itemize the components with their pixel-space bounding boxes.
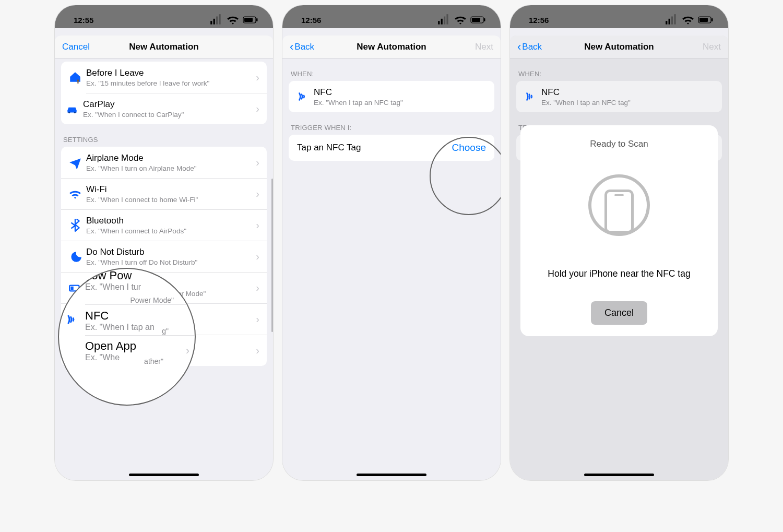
svg-point-7	[77, 79, 79, 81]
zoom-nfc-sub: Ex. "When I tap an	[85, 323, 188, 332]
svg-rect-20	[446, 14, 448, 24]
status-time: 12:56	[301, 16, 321, 25]
battery-icon	[470, 16, 486, 23]
row-do-not-disturb[interactable]: Do Not Disturb Ex. "When I turn off Do N…	[61, 241, 267, 272]
svg-rect-26	[671, 17, 673, 25]
section-header-settings: SETTINGS	[55, 124, 273, 147]
row-sub: Ex. "When I turn on Airplane Mode"	[86, 164, 255, 172]
screen-1: 12:55 Cancel New Automation Before I Lea…	[55, 5, 273, 480]
svg-point-10	[74, 111, 76, 113]
chevron-right-icon: ›	[255, 103, 260, 115]
scan-message: Hold your iPhone near the NFC tag	[530, 268, 708, 279]
wifi-icon	[681, 13, 695, 27]
svg-rect-13	[70, 286, 73, 290]
modal-sheet: ‹ Back New Automation Next WHEN: NFC Ex.…	[282, 36, 501, 480]
svg-rect-25	[669, 19, 670, 25]
battery-icon	[698, 16, 714, 23]
svg-point-9	[68, 111, 70, 113]
highlight-lens: Low Pow Ex. "When I tur Power Mode" NFC …	[58, 268, 196, 406]
screen-3: 12:56 ‹ Back New Automation Next WHEN: N…	[510, 5, 728, 480]
row-nfc-summary: NFC Ex. "When I tap an NFC tag"	[516, 81, 722, 112]
zoom-openapp-sub: Ex. "Whe	[85, 353, 188, 362]
chevron-left-icon: ‹	[517, 41, 521, 53]
back-button[interactable]: ‹ Back	[517, 41, 549, 53]
scan-title: Ready to Scan	[530, 139, 708, 149]
carplay-icon	[61, 102, 83, 116]
modal-sheet: Cancel New Automation Before I Leave Ex.…	[55, 36, 273, 480]
home-indicator[interactable]	[129, 474, 199, 476]
signal-icon	[209, 13, 223, 27]
nav-bar: ‹ Back New Automation Next	[510, 36, 728, 58]
svg-rect-5	[244, 18, 253, 22]
status-bar: 12:56	[510, 5, 728, 28]
svg-rect-0	[210, 21, 212, 24]
row-sub: Ex. "When I turn off Do Not Disturb"	[86, 258, 255, 266]
moon-icon	[64, 250, 86, 264]
screen-2: 12:56 ‹ Back New Automation Next WHEN: N…	[282, 5, 501, 480]
row-sub: Ex. "When I connect to CarPlay"	[83, 111, 255, 119]
chevron-right-icon: ›	[255, 219, 260, 231]
svg-rect-6	[256, 18, 258, 21]
row-sub: Ex. "When I tap an NFC tag"	[541, 99, 716, 107]
row-tap-nfc[interactable]: Tap an NFC Tag Choose	[289, 135, 494, 161]
chevron-right-icon: ›	[255, 251, 260, 263]
status-icons	[209, 13, 258, 27]
svg-rect-19	[444, 17, 445, 25]
svg-rect-8	[77, 82, 78, 84]
zoom-lowpower-tail: Power Mode"	[59, 296, 195, 304]
svg-rect-29	[699, 18, 708, 22]
row-airplane-mode[interactable]: Airplane Mode Ex. "When I turn on Airpla…	[61, 147, 267, 178]
back-label: Back	[294, 42, 314, 52]
when-card: NFC Ex. "When I tap an NFC tag"	[289, 81, 494, 112]
back-label: Back	[522, 42, 542, 52]
row-title: Do Not Disturb	[86, 247, 255, 257]
row-sub: Ex. "When I connect to AirPods"	[86, 227, 255, 235]
row-carplay[interactable]: CarPlay Ex. "When I connect to CarPlay" …	[86, 93, 267, 124]
signal-icon	[437, 13, 450, 27]
home-indicator[interactable]	[584, 474, 654, 476]
status-bar: 12:56	[282, 5, 501, 28]
signal-icon	[665, 13, 678, 27]
row-title: Before I Leave	[86, 68, 255, 78]
row-sub: Ex. "When I tap an NFC tag"	[314, 99, 488, 107]
svg-rect-17	[438, 21, 440, 24]
cancel-button[interactable]: Cancel	[62, 42, 93, 52]
when-card: NFC Ex. "When I tap an NFC tag"	[516, 81, 722, 112]
wifi-icon	[226, 13, 240, 27]
row-before-i-leave[interactable]: Before I Leave Ex. "15 minutes before I …	[61, 62, 267, 93]
choose-button[interactable]: Choose	[452, 142, 487, 153]
svg-rect-2	[216, 17, 218, 25]
chevron-right-icon: ›	[255, 282, 260, 294]
svg-rect-23	[484, 18, 485, 21]
chevron-right-icon: ›	[255, 188, 260, 200]
phone-outline-icon	[604, 190, 634, 233]
nfc-icon	[519, 90, 541, 103]
svg-rect-24	[666, 21, 667, 24]
zoom-openapp-title: Open App	[85, 339, 188, 353]
tap-nfc-label: Tap an NFC Tag	[297, 143, 361, 153]
status-time: 12:55	[74, 16, 93, 25]
home-leave-icon	[64, 70, 86, 84]
chevron-right-icon: ›	[255, 72, 260, 84]
row-wifi[interactable]: Wi-Fi Ex. "When I connect to home Wi-Fi"…	[61, 178, 267, 209]
events-card: Before I Leave Ex. "15 minutes before I …	[61, 62, 267, 124]
row-title: Airplane Mode	[86, 153, 255, 163]
home-indicator[interactable]	[357, 474, 426, 476]
row-bluetooth[interactable]: Bluetooth Ex. "When I connect to AirPods…	[61, 209, 267, 241]
back-button[interactable]: ‹ Back	[290, 41, 321, 53]
next-button-disabled: Next	[462, 42, 493, 52]
section-header-trigger: TRIGGER WHEN I:	[282, 112, 501, 135]
airplane-icon	[64, 156, 86, 169]
row-title: NFC	[541, 87, 716, 98]
status-icons	[437, 13, 486, 27]
scan-cancel-button[interactable]: Cancel	[591, 301, 647, 325]
chevron-right-icon: ›	[255, 345, 260, 357]
row-title: Bluetooth	[86, 216, 255, 226]
zoom-nfc-title: NFC	[85, 309, 188, 323]
nav-bar: Cancel New Automation	[55, 36, 273, 58]
row-sub: Ex. "When I connect to home Wi-Fi"	[86, 196, 255, 204]
scroll-indicator[interactable]	[271, 179, 273, 332]
trigger-card: Tap an NFC Tag Choose	[289, 135, 494, 161]
chevron-right-icon: ›	[255, 157, 260, 169]
svg-rect-27	[674, 14, 675, 24]
